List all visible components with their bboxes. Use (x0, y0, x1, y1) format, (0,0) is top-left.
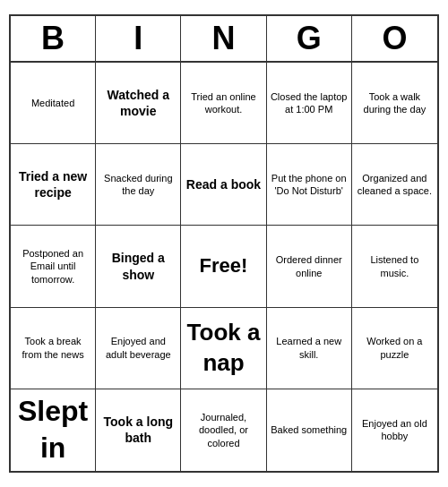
bingo-cell-15: Took a break from the news (11, 308, 96, 389)
header-letter-n: N (181, 16, 266, 61)
bingo-cell-5: Tried a new recipe (11, 144, 96, 226)
bingo-cell-17: Took a nap (181, 308, 266, 389)
bingo-cell-14: Listened to music. (352, 226, 437, 307)
bingo-cell-8: Put the phone on 'Do Not Disturb' (267, 144, 352, 226)
bingo-cell-18: Learned a new skill. (267, 308, 352, 389)
bingo-cell-22: Journaled, doodled, or colored (181, 389, 266, 471)
header-letter-g: G (267, 16, 352, 61)
bingo-cell-16: Enjoyed and adult beverage (96, 308, 181, 389)
bingo-cell-11: Binged a show (96, 226, 181, 307)
header-letter-o: O (352, 16, 437, 61)
bingo-grid: MeditatedWatched a movieTried an online … (11, 63, 437, 471)
bingo-cell-4: Took a walk during the day (352, 63, 437, 144)
bingo-cell-2: Tried an online workout. (181, 63, 266, 144)
bingo-cell-7: Read a book (181, 144, 266, 226)
bingo-cell-10: Postponed an Email until tomorrow. (11, 226, 96, 307)
bingo-cell-1: Watched a movie (96, 63, 181, 144)
bingo-cell-23: Baked something (267, 389, 352, 471)
header-letter-b: B (11, 16, 96, 61)
header-letter-i: I (96, 16, 181, 61)
bingo-cell-3: Closed the laptop at 1:00 PM (267, 63, 352, 144)
bingo-cell-21: Took a long bath (96, 389, 181, 471)
bingo-cell-9: Organized and cleaned a space. (352, 144, 437, 226)
bingo-cell-20: Slept in (11, 389, 96, 471)
bingo-cell-19: Worked on a puzzle (352, 308, 437, 389)
bingo-cell-0: Meditated (11, 63, 96, 144)
bingo-card: BINGO MeditatedWatched a movieTried an o… (9, 14, 439, 473)
bingo-cell-12: Free! (181, 226, 266, 307)
bingo-cell-24: Enjoyed an old hobby (352, 389, 437, 471)
bingo-cell-13: Ordered dinner online (267, 226, 352, 307)
bingo-cell-6: Snacked during the day (96, 144, 181, 226)
bingo-header: BINGO (11, 16, 437, 63)
